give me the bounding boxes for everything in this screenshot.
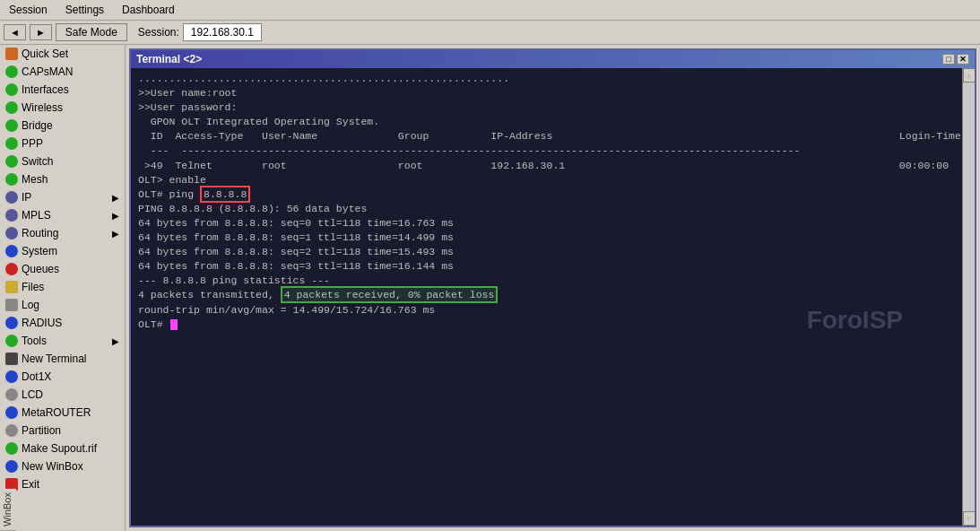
sidebar-item-radius[interactable]: RADIUS [0, 314, 125, 332]
interfaces-label: Interfaces [22, 83, 69, 96]
sidebar-item-new-terminal[interactable]: New Terminal [0, 350, 125, 368]
new-winbox-label: New WinBox [22, 460, 83, 473]
partition-label: Partition [22, 424, 61, 437]
scrollbar-track[interactable] [963, 83, 975, 511]
terminal-line: GPON OLT Integrated Operating System. [138, 115, 955, 129]
sidebar-item-lcd[interactable]: LCD [0, 386, 125, 404]
terminal-line: ID Access-Type User-Name Group IP-Addres… [138, 129, 955, 144]
ppp-label: PPP [22, 137, 43, 150]
ip-label: IP [22, 191, 31, 204]
log-label: Log [22, 299, 39, 311]
sidebar-item-interfaces[interactable]: Interfaces [0, 81, 125, 99]
terminal-line: >49 Telnet root root 192.168.30.1 00:00:… [138, 159, 955, 173]
terminal-line: PING 8.8.8.8 (8.8.8.8): 56 data bytes [138, 202, 955, 216]
sidebar-item-log[interactable]: Log [0, 296, 125, 314]
scroll-down-button[interactable]: ▼ [963, 511, 976, 526]
system-label: System [22, 245, 57, 257]
bridge-icon [5, 119, 18, 132]
lcd-icon [5, 388, 18, 401]
mesh-icon [5, 173, 18, 186]
lcd-label: LCD [22, 388, 43, 401]
terminal-scroll[interactable]: ........................................… [131, 68, 962, 526]
routing-label: Routing [22, 227, 58, 239]
routing-icon [5, 227, 18, 239]
sidebar-item-new-winbox[interactable]: New WinBox [0, 457, 125, 475]
capsman-icon [5, 65, 18, 78]
wireless-icon [5, 101, 18, 114]
terminal-close-button[interactable]: ✕ [957, 54, 969, 65]
sidebar-item-mesh[interactable]: Mesh [0, 170, 125, 188]
forward-button[interactable]: ► [30, 24, 52, 40]
terminal-line: OLT> enable [138, 173, 955, 187]
menu-settings[interactable]: Settings [60, 2, 109, 18]
sidebar-item-make-supout[interactable]: Make Supout.rif [0, 440, 125, 457]
sidebar-item-ppp[interactable]: PPP [0, 135, 125, 152]
ppp-icon [5, 137, 18, 150]
switch-icon [5, 155, 18, 168]
make-supout-icon [5, 442, 18, 455]
sidebar-item-routing[interactable]: Routing▶ [0, 224, 125, 242]
tools-label: Tools [22, 335, 47, 347]
sidebar-item-capsman[interactable]: CAPsMAN [0, 63, 125, 81]
menu-bar: Session Settings Dashboard [0, 0, 980, 21]
metarouter-icon [5, 406, 18, 419]
terminal-line: >>User password: [138, 100, 955, 115]
terminal-line: 64 bytes from 8.8.8.8: seq=2 ttl=118 tim… [138, 245, 955, 259]
terminal-cursor [170, 319, 178, 330]
sidebar-item-metarouter[interactable]: MetaROUTER [0, 404, 125, 422]
terminal-line: 64 bytes from 8.8.8.8: seq=3 ttl=118 tim… [138, 259, 955, 274]
queues-icon [5, 263, 18, 275]
files-label: Files [22, 281, 44, 293]
sidebar: Quick SetCAPsMANInterfacesWirelessBridge… [0, 45, 126, 531]
dot1x-label: Dot1X [22, 370, 51, 383]
new-winbox-icon [5, 460, 18, 473]
make-supout-label: Make Supout.rif [22, 442, 97, 455]
sidebar-item-partition[interactable]: Partition [0, 422, 125, 440]
terminal-prompt: OLT# [138, 318, 955, 332]
bridge-label: Bridge [22, 119, 53, 132]
mpls-icon [5, 209, 18, 222]
terminal-titlebar: Terminal <2> □ ✕ [131, 50, 975, 68]
dot1x-icon [5, 370, 18, 383]
sidebar-item-switch[interactable]: Switch [0, 152, 125, 170]
mpls-arrow: ▶ [112, 211, 119, 221]
sidebar-item-queues[interactable]: Queues [0, 260, 125, 278]
sidebar-item-mpls[interactable]: MPLS▶ [0, 206, 125, 224]
routing-arrow: ▶ [112, 229, 119, 239]
log-icon [5, 299, 18, 311]
metarouter-label: MetaROUTER [22, 406, 91, 419]
menu-session[interactable]: Session [4, 2, 53, 18]
sidebar-item-bridge[interactable]: Bridge [0, 117, 125, 135]
tools-icon [5, 335, 18, 347]
terminal-ping-line: OLT# ping 8.8.8.8 [138, 187, 955, 202]
exit-label: Exit [22, 478, 39, 491]
sidebar-item-dot1x[interactable]: Dot1X [0, 368, 125, 386]
toolbar: ◄ ► Safe Mode Session: 192.168.30.1 [0, 21, 980, 45]
terminal-minimize-button[interactable]: □ [942, 54, 955, 65]
mesh-label: Mesh [22, 173, 48, 186]
sidebar-item-files[interactable]: Files [0, 278, 125, 296]
files-icon [5, 281, 18, 293]
ip-icon [5, 191, 18, 204]
sidebar-item-tools[interactable]: Tools▶ [0, 332, 125, 350]
back-button[interactable]: ◄ [4, 24, 26, 40]
sidebar-item-exit[interactable]: Exit [0, 475, 125, 493]
sidebar-item-ip[interactable]: IP▶ [0, 188, 125, 206]
quick-set-icon [5, 48, 18, 60]
quick-set-label: Quick Set [22, 48, 68, 60]
session-label: Session: [138, 26, 179, 39]
terminal-body: ........................................… [131, 68, 975, 526]
new-terminal-icon [5, 353, 18, 365]
safe-mode-button[interactable]: Safe Mode [56, 23, 127, 41]
content-area: Terminal <2> □ ✕ .......................… [126, 45, 980, 531]
terminal-dots: ........................................… [138, 72, 955, 86]
sidebar-item-quick-set[interactable]: Quick Set [0, 45, 125, 63]
sidebar-item-wireless[interactable]: Wireless [0, 99, 125, 117]
sidebar-item-system[interactable]: System [0, 242, 125, 260]
tools-arrow: ▶ [112, 336, 119, 346]
scroll-up-button[interactable]: ▲ [963, 68, 976, 83]
wireless-label: Wireless [22, 101, 63, 114]
terminal-line: 64 bytes from 8.8.8.8: seq=1 ttl=118 tim… [138, 231, 955, 245]
terminal-window: Terminal <2> □ ✕ .......................… [129, 48, 976, 527]
menu-dashboard[interactable]: Dashboard [117, 2, 180, 18]
